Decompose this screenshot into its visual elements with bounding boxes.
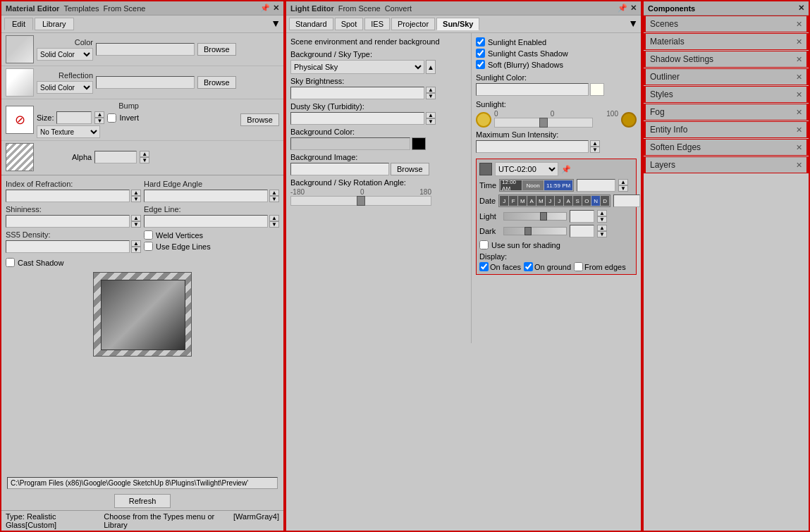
tab-library[interactable]: Library: [35, 18, 74, 30]
hard-edge-up[interactable]: ▲: [269, 190, 279, 196]
color-type-select[interactable]: Solid Color: [37, 48, 93, 61]
light-down[interactable]: ▼: [597, 216, 607, 223]
bump-browse-button[interactable]: Browse: [240, 113, 279, 126]
refraction-input[interactable]: 1.520: [6, 190, 130, 202]
sky-brightness-input[interactable]: 5.000: [290, 87, 424, 99]
bg-rotation-slider[interactable]: [290, 196, 431, 206]
comp-scenes[interactable]: Scenes ✕: [644, 16, 809, 32]
refraction-up[interactable]: ▲: [131, 190, 141, 196]
month-s[interactable]: S: [573, 196, 582, 206]
weld-vertices-checkbox[interactable]: [144, 230, 153, 240]
le-close-button[interactable]: ✕: [630, 4, 637, 13]
sky-bright-down[interactable]: ▼: [426, 93, 436, 99]
reflection-value-input[interactable]: white: [96, 76, 195, 89]
month-a1[interactable]: A: [527, 196, 536, 206]
max-sun-up[interactable]: ▲: [590, 140, 600, 147]
le-convert[interactable]: Convert: [385, 4, 412, 13]
ss5-up[interactable]: ▲: [131, 240, 141, 247]
month-j3[interactable]: J: [555, 196, 563, 206]
alpha-up[interactable]: ▲: [140, 151, 149, 157]
comp-fog-close[interactable]: ✕: [796, 108, 802, 117]
date-value-input[interactable]: 11/26: [613, 194, 640, 207]
use-sun-cb[interactable]: [479, 240, 489, 249]
dark-slider[interactable]: [503, 227, 567, 235]
comp-soften-edges[interactable]: Soften Edges ✕: [644, 139, 809, 156]
bg-color-swatch[interactable]: [412, 137, 426, 150]
dusty-sky-input[interactable]: 2.000: [290, 112, 424, 125]
templates-menu[interactable]: Templates: [63, 4, 99, 13]
sunlight-color-swatch[interactable]: [590, 83, 604, 96]
comp-outliner-close[interactable]: ✕: [796, 73, 802, 82]
comp-layers[interactable]: Layers ✕: [644, 156, 809, 173]
on-ground-row[interactable]: On ground: [524, 262, 571, 271]
light-up[interactable]: ▲: [597, 210, 607, 216]
month-a2[interactable]: A: [564, 196, 572, 206]
sunlight-shadow-row[interactable]: Sunlight Casts Shadow: [476, 49, 637, 58]
dark-down[interactable]: ▼: [597, 231, 607, 237]
max-sun-input[interactable]: 10.000: [476, 140, 589, 153]
ss5-input[interactable]: 1.000: [6, 240, 130, 253]
comp-scenes-close[interactable]: ✕: [796, 20, 802, 29]
time-noon-seg[interactable]: Noon: [522, 180, 544, 190]
soft-shadow-row[interactable]: Soft (Blurry) Shadows: [476, 60, 637, 69]
soft-shadow-cb[interactable]: [476, 60, 485, 69]
tab-ies[interactable]: IES: [364, 18, 390, 30]
sky-bright-up[interactable]: ▲: [426, 87, 436, 93]
color-value-input[interactable]: rgb(224, 224, 224): [96, 43, 195, 56]
bg-image-browse[interactable]: Browse: [391, 163, 429, 175]
tab-spot[interactable]: Spot: [335, 18, 364, 30]
max-sun-down[interactable]: ▼: [590, 147, 600, 153]
shininess-up[interactable]: ▲: [131, 215, 141, 221]
bg-image-input[interactable]: [290, 163, 389, 175]
bg-sky-arr-up[interactable]: ▲: [426, 60, 436, 74]
bump-size-up[interactable]: ▲: [94, 111, 104, 118]
shininess-input[interactable]: 128.000: [6, 215, 130, 228]
pin-icon[interactable]: 📌: [260, 4, 270, 13]
on-ground-cb[interactable]: [524, 262, 533, 271]
from-edges-row[interactable]: From edges: [574, 262, 626, 271]
time-up[interactable]: ▲: [618, 179, 628, 185]
alpha-down[interactable]: ▼: [140, 157, 149, 163]
comp-entity-info[interactable]: Entity Info ✕: [644, 121, 809, 138]
bump-size-input[interactable]: 1.000: [56, 111, 92, 124]
on-faces-row[interactable]: On faces: [479, 262, 521, 271]
sunlight-enabled-row[interactable]: Sunlight Enabled: [476, 37, 637, 47]
dusty-up[interactable]: ▲: [426, 112, 436, 118]
components-close[interactable]: ✕: [798, 4, 804, 13]
weld-vertices-row[interactable]: Weld Vertices: [144, 230, 279, 240]
comp-shadow-settings[interactable]: Shadow Settings ✕: [644, 51, 809, 68]
comp-styles-close[interactable]: ✕: [796, 90, 802, 99]
month-o[interactable]: O: [582, 196, 591, 206]
use-edge-lines-checkbox[interactable]: [144, 242, 153, 251]
on-faces-cb[interactable]: [479, 262, 489, 271]
month-n[interactable]: N: [591, 196, 600, 206]
month-m1[interactable]: M: [518, 196, 527, 206]
refresh-button[interactable]: Refresh: [114, 494, 171, 508]
use-edge-lines-row[interactable]: Use Edge Lines: [144, 242, 279, 251]
time-pm-seg[interactable]: 11:59 PM: [544, 180, 572, 190]
hard-edge-down[interactable]: ▼: [269, 196, 279, 202]
reflection-type-select[interactable]: Solid Color: [37, 81, 93, 94]
invert-checkbox[interactable]: [107, 113, 116, 123]
cast-shadow-checkbox[interactable]: [6, 258, 15, 267]
dark-up[interactable]: ▲: [597, 225, 607, 231]
reflection-browse-button[interactable]: Browse: [197, 76, 236, 89]
tab-standard[interactable]: Standard: [289, 18, 333, 30]
from-scene-menu[interactable]: From Scene: [104, 4, 146, 13]
comp-shadow-close[interactable]: ✕: [796, 55, 802, 64]
comp-materials[interactable]: Materials ✕: [644, 33, 809, 50]
tab-projector[interactable]: Projector: [391, 18, 435, 30]
light-slider[interactable]: [503, 212, 567, 221]
sunlight-enabled-cb[interactable]: [476, 37, 485, 47]
utc-pin-icon[interactable]: 📌: [561, 165, 571, 174]
bump-type-select[interactable]: No Texture: [37, 125, 100, 138]
bump-size-down[interactable]: ▼: [94, 118, 104, 124]
utc-select[interactable]: UTC-02:00: [495, 162, 558, 176]
month-j2[interactable]: J: [546, 196, 554, 206]
comp-entity-info-close[interactable]: ✕: [796, 125, 802, 135]
comp-layers-close[interactable]: ✕: [796, 161, 802, 170]
time-am-seg[interactable]: 12:00 AM: [501, 180, 522, 190]
tab-sunsky[interactable]: Sun/Sky: [436, 18, 479, 30]
from-edges-cb[interactable]: [574, 262, 583, 271]
month-m2[interactable]: M: [536, 196, 545, 206]
